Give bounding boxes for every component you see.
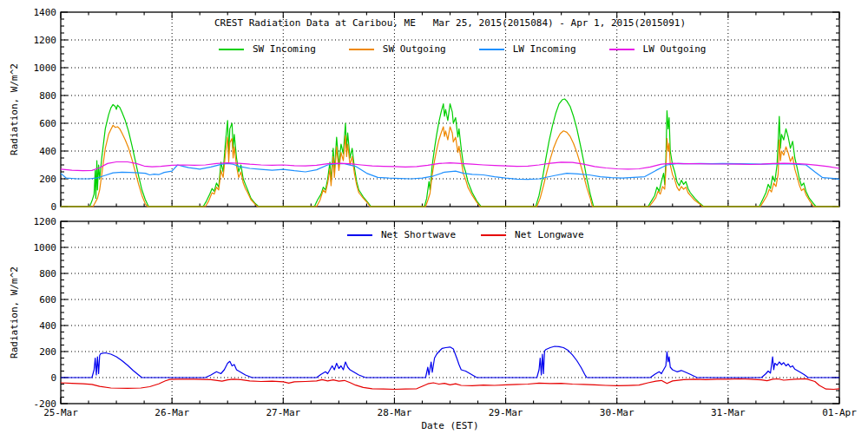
x-tick-label: 29-Mar [489,407,523,418]
y-tick-label: 1000 [34,62,57,74]
legend-bottom: Net Shortwave Net Longwave [347,230,584,240]
legend-label: LW Outgoing [643,44,707,55]
x-axis-label: Date (EST) [61,421,839,431]
legend-item-sw-incoming: SW Incoming [219,44,316,55]
y-tick-label: 400 [39,146,56,157]
y-tick-label: 200 [39,174,56,185]
lw-incoming-line-swatch [479,49,504,50]
legend-label: LW Incoming [513,44,576,55]
net-longwave-line-swatch [481,234,506,236]
y-tick-label: 200 [39,346,56,358]
chart-canvas: 0200400600800100012001400-20002004006008… [0,0,868,434]
y-tick-label: 400 [39,320,56,332]
lw-outgoing-line-swatch [609,49,635,50]
y-tick-label: 1200 [34,35,57,46]
x-tick-label: 26-Mar [155,407,189,418]
y-tick-label: 0 [50,201,56,213]
chart-title: CREST Radiation Data at Caribou, ME Mar … [61,18,839,29]
y-tick-label: 800 [39,268,56,279]
y-tick-label: 0 [50,372,56,384]
panel-frame [61,12,839,207]
y-tick-label: 1200 [34,216,57,227]
legend-item-lw-incoming: LW Incoming [479,44,576,55]
legend-item-net-shortwave: Net Shortwave [347,230,456,240]
legend-item-lw-outgoing: LW Outgoing [609,44,707,55]
legend-label: SW Outgoing [383,44,446,55]
radiation-plot-page: 0200400600800100012001400-20002004006008… [0,0,868,434]
sw-incoming-line-swatch [219,49,244,50]
y-tick-label: 600 [39,118,56,129]
series-sw-outgoing [61,125,839,207]
series-lw-incoming [61,163,839,179]
x-tick-label: 31-Mar [711,407,746,418]
panel-frame [61,221,839,404]
x-tick-label: 25-Mar [43,407,78,418]
y-tick-label: 1400 [34,7,57,18]
y-tick-label: 800 [39,90,56,102]
y-tick-label: 600 [39,294,56,306]
legend-top: SW Incoming SW Outgoing LW Incoming LW O… [219,44,706,55]
net-shortwave-line-swatch [347,234,372,236]
legend-label: SW Incoming [253,44,316,55]
legend-item-sw-outgoing: SW Outgoing [349,44,446,55]
x-tick-label: 28-Mar [378,407,412,418]
y-tick-label: 1000 [34,242,57,253]
legend-label: Net Longwave [515,230,583,240]
series-net-longwave [61,378,839,389]
series-net-shortwave [61,346,839,378]
x-tick-label: 01-Apr [822,407,857,418]
x-tick-label: 27-Mar [266,407,300,418]
y-axis-label-bottom: Radiation, W/m^2 [10,266,20,358]
x-tick-label: 30-Mar [600,407,635,418]
legend-label: Net Shortwave [381,230,456,240]
sw-outgoing-line-swatch [349,49,374,50]
legend-item-net-longwave: Net Longwave [481,230,583,240]
y-axis-label-top: Radiation, W/m^2 [10,63,20,155]
series-sw-incoming [61,99,839,207]
